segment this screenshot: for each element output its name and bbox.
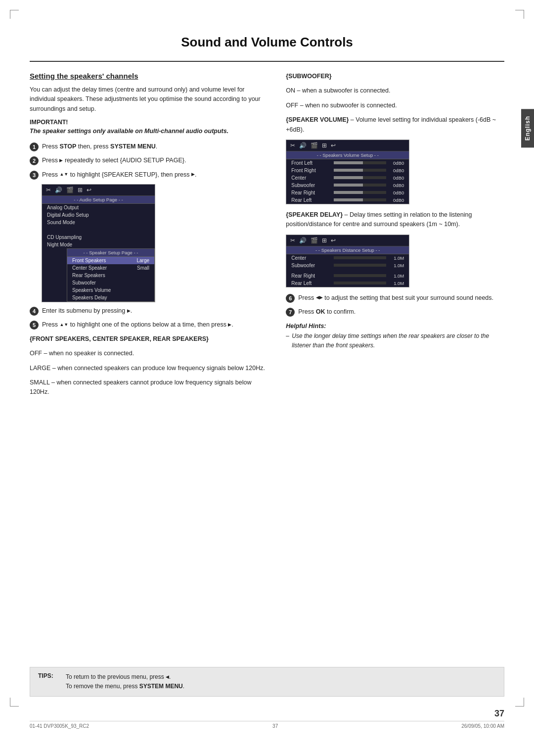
menu-item-digital: Digital Audio Setup [42,211,155,219]
subwoofer-off-text: OFF – when no subwoofer is connected. [286,101,504,110]
volume-setup-screenshot: ✂ 🔊 🎬 ⊞ ↩ - - Speakers Volume Setup - - … [286,140,409,204]
step-num-5: 5 [30,321,39,330]
step-num-7: 7 [286,308,295,317]
front-small-text: SMALL – when connected speakers cannot p… [30,378,271,397]
tips-label: TIPS: [38,672,58,691]
vol-setup-title: - - Speakers Volume Setup - - [286,151,409,159]
dist-row-center: Center 1.0M [286,254,409,262]
left-column: Setting the speakers' channels You can a… [30,72,271,402]
corner-mark-tr [515,10,524,19]
section-heading: Setting the speakers' channels [30,72,271,80]
step-text-5: Press ▲▼ to highlight one of the options… [42,320,233,330]
subwoofer-title: {SUBWOOFER} [286,72,504,81]
step-text-1: Press STOP then, press SYSTEM MENU. [42,142,157,151]
step-7: 7 Press OK to confirm. [286,307,504,317]
menu-item-night: Night Mode [42,241,155,248]
dist-osd-icon-4: ⊞ [322,237,327,244]
step-num-3: 3 [30,171,39,180]
vol-osd-icon-4: ⊞ [322,142,327,149]
step-3: 3 Press ▲▼ to highlight {SPEAKER SETUP},… [30,170,271,180]
page-title: Sound and Volume Controls [30,35,504,50]
dist-setup-title: - - Speakers Distance Setup - - [286,246,409,254]
dist-row-rearleft: Rear Left 1.0M [286,280,409,287]
submenu-center-speaker: Center SpeakerSmall [67,264,154,272]
front-off-text: OFF – when no speaker is connected. [30,349,271,358]
menu-item-sound: Sound Mode [42,219,155,226]
speaker-delay-title: {SPEAKER DELAY} – Delay times setting in… [286,210,504,230]
dist-row-rearright: Rear Right 1.0M [286,272,409,280]
step-text-2: Press ▶ repeatedly to select {AUDIO SETU… [42,156,186,165]
audio-setup-menu: ✂ 🔊 🎬 ⊞ ↩ - - Audio Setup Page - - Analo… [42,184,155,302]
vol-row-rearleft: Rear Left 0dB0 [286,196,409,204]
content-columns: Setting the speakers' channels You can a… [30,72,504,402]
osd-icon-arrow: ↩ [87,187,91,193]
tips-content: To return to the previous menu, press ◀.… [66,672,184,691]
vol-row-frontleft: Front Left 0dB0 [286,159,409,167]
vol-icons-bar: ✂ 🔊 🎬 ⊞ ↩ [286,140,409,151]
footer-info: 01-41 DVP3005K_93_RC2 37 26/09/05, 10:00… [30,721,504,729]
subwoofer-on-text: ON – when a subwoofer is connected. [286,86,504,95]
right-column: {SUBWOOFER} ON – when a subwoofer is con… [286,72,504,402]
helpful-hints-title: Helpful Hints: [286,323,504,330]
language-tab: English [521,109,534,147]
step-2: 2 Press ▶ repeatedly to select {AUDIO SE… [30,156,271,165]
menu-item-empty [42,226,155,234]
page-container: English Sound and Volume Controls Settin… [0,0,534,756]
front-large-text: LARGE – when connected speakers can prod… [30,364,271,373]
vol-row-frontright: Front Right 0dB0 [286,167,409,174]
important-text: The speaker settings only available on M… [30,127,271,136]
step-6: 6 Press ◀▶ to adjust the setting that be… [286,293,504,303]
submenu-speakers-volume: Speakers Volume [67,286,154,294]
menu-item-analog: Analog Output [42,204,155,211]
step-4: 4 Enter its submenu by pressing ▶. [30,306,271,316]
speaker-setup-submenu: - - Speaker Setup Page - - Front Speaker… [67,248,155,302]
vol-row-subwoofer: Subwoofer 0dB0 [286,182,409,189]
vol-row-center: Center 0dB0 [286,174,409,182]
osd-icon-film: 🎬 [66,187,74,193]
speaker-volume-title: {SPEAKER VOLUME} – Volume level setting … [286,115,504,135]
submenu-front-speakers: Front SpeakersLarge [67,257,154,264]
step-1: 1 Press STOP then, press SYSTEM MENU. [30,142,271,151]
dist-row-subwoofer: Subwoofer 1.0M [286,262,409,269]
submenu-subwoofer: Subwoofer [67,279,154,286]
step-5: 5 Press ▲▼ to highlight one of the optio… [30,320,271,330]
vol-osd-icon-1: ✂ [290,142,295,149]
step-num-4: 4 [30,307,39,316]
title-divider [30,61,504,62]
submenu-speakers-delay: Speakers Delay [67,294,154,301]
step-num-2: 2 [30,156,39,165]
footer-left: 01-41 DVP3005K_93_RC2 [30,723,89,729]
dist-osd-icon-3: 🎬 [311,237,318,244]
vol-row-rearright: Rear Right 0dB0 [286,189,409,196]
step-text-6: Press ◀▶ to adjust the setting that best… [298,293,493,303]
step-num-6: 6 [286,294,295,303]
footer-right: 26/09/05, 10:00 AM [461,723,504,729]
distance-setup-screenshot: ✂ 🔊 🎬 ⊞ ↩ - - Speakers Distance Setup - … [286,235,409,287]
front-speakers-title: {FRONT SPEAKERS, CENTER SPEAKER, REAR SP… [30,334,271,344]
vol-osd-icon-5: ↩ [331,142,336,149]
intro-text: You can adjust the delay times (centre a… [30,85,271,114]
tips-line-2: To remove the menu, press SYSTEM MENU. [66,682,184,691]
footer-center: 37 [272,723,278,729]
audio-setup-title: - - Audio Setup Page - - [42,196,155,204]
corner-mark-br [515,698,524,707]
dist-osd-icon-5: ↩ [331,237,336,244]
vol-osd-icon-3: 🎬 [311,142,318,149]
important-label: IMPORTANT! [30,119,271,126]
osd-icon-speaker: 🔊 [55,187,62,193]
osd-icon-grid: ⊞ [78,187,83,193]
submenu-rear-speakers: Rear Speakers [67,272,154,279]
helpful-hints-item-1: Use the longer delay time settings when … [286,331,504,350]
helpful-hints-list: Use the longer delay time settings when … [286,331,504,350]
osd-icon-scissors: ✂ [46,187,51,193]
step-text-3: Press ▲▼ to highlight {SPEAKER SETUP}, t… [42,170,197,180]
speaker-setup-title: - - Speaker Setup Page - - [67,249,154,257]
corner-mark-bl [10,698,19,707]
menu-item-cd: CD Upsampling [42,234,155,241]
page-number: 37 [494,709,504,719]
vol-osd-icon-2: 🔊 [299,142,307,149]
corner-mark-tl [10,10,19,19]
dist-osd-icon-2: 🔊 [299,237,307,244]
tips-bar: TIPS: To return to the previous menu, pr… [30,667,504,697]
step-num-1: 1 [30,142,39,151]
